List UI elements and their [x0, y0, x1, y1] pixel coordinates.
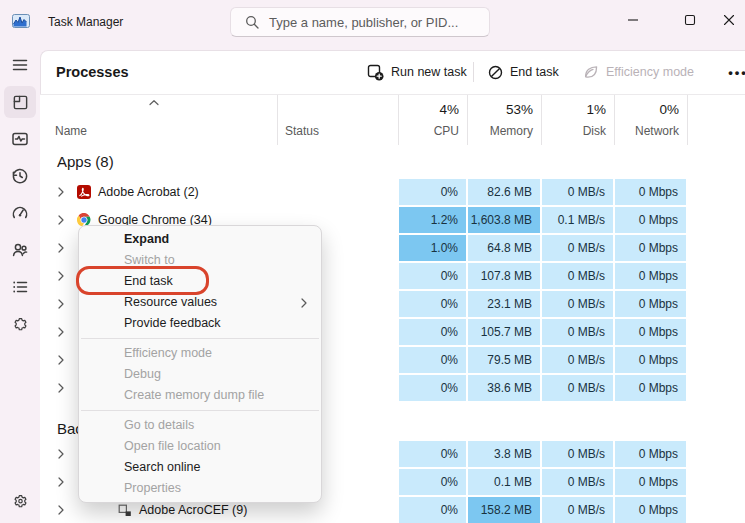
more-icon: •••	[728, 65, 745, 80]
menu-item-open-file-location: Open file location	[79, 436, 321, 457]
menu-item-efficiency-mode: Efficiency mode	[79, 343, 321, 364]
submenu-arrow-icon	[301, 298, 307, 308]
column-header-network[interactable]: 0% Network	[614, 95, 687, 145]
minimize-button[interactable]	[610, 0, 656, 40]
memory-label: Memory	[490, 124, 533, 138]
sidebar-item-startup-apps[interactable]	[4, 197, 36, 229]
menu-item-expand[interactable]: Expand	[79, 229, 321, 250]
chevron-right-icon	[58, 477, 64, 487]
page-title: Processes	[56, 50, 129, 94]
menu-item-create-memory-dump-file: Create memory dump file	[79, 385, 321, 406]
users-icon	[11, 241, 29, 259]
cell-network: 0 Mbps	[615, 179, 686, 205]
memory-total-percent: 53%	[506, 102, 533, 117]
sidebar-item-performance[interactable]	[4, 123, 36, 155]
network-total-percent: 0%	[659, 102, 679, 117]
cell-memory: 0.1 MB	[468, 469, 540, 495]
table-row[interactable]: Adobe Acrobat (2)0%82.6 MB0 MB/s0 Mbps	[40, 178, 745, 206]
cell-network: 0 Mbps	[615, 469, 686, 495]
cell-cpu: 0%	[399, 347, 466, 373]
cell-memory: 82.6 MB	[468, 179, 540, 205]
startup-gauge-icon	[11, 204, 29, 222]
sidebar-item-navigation[interactable]	[4, 49, 36, 81]
cell-cpu: 0%	[399, 291, 466, 317]
cell-cpu: 0%	[399, 469, 466, 495]
chevron-right-icon	[58, 383, 64, 393]
task-manager-logo	[12, 13, 30, 29]
column-header-status[interactable]: Status	[285, 124, 319, 138]
cell-memory: 23.1 MB	[468, 291, 540, 317]
cell-cpu: 0%	[399, 319, 466, 345]
search-input[interactable]: Type a name, publisher, or PID...	[230, 7, 490, 37]
column-header-memory[interactable]: 53% Memory	[467, 95, 541, 145]
end-task-button[interactable]: End task	[488, 50, 559, 94]
sidebar	[0, 44, 40, 523]
run-new-task-button[interactable]: Run new task	[367, 50, 467, 94]
process-name: Adobe Acrobat (2)	[98, 178, 199, 206]
cell-cpu: 1.0%	[399, 235, 466, 261]
sidebar-item-services[interactable]	[4, 308, 36, 340]
disk-total-percent: 1%	[586, 102, 606, 117]
minimize-icon	[627, 14, 639, 26]
sort-ascending-icon	[148, 99, 160, 106]
toolbar-separator	[473, 62, 474, 82]
cell-memory: 1,603.8 MB	[468, 207, 540, 233]
leaf-icon	[583, 64, 599, 80]
cell-network: 0 Mbps	[615, 441, 686, 467]
table-header: Name Status 4% CPU 53% Memory 1% Disk 0%…	[40, 95, 745, 146]
toolbar: Processes Run new task End task Efficien…	[40, 50, 745, 95]
menu-item-switch-to: Switch to	[79, 250, 321, 271]
maximize-button[interactable]	[667, 0, 713, 40]
menu-item-end-task[interactable]: End task	[79, 271, 321, 292]
menu-item-provide-feedback[interactable]: Provide feedback	[79, 313, 321, 334]
cell-memory: 3.8 MB	[468, 441, 540, 467]
search-placeholder: Type a name, publisher, or PID...	[269, 15, 458, 30]
context-menu: ExpandSwitch toEnd taskResource valuesPr…	[78, 225, 322, 503]
cell-disk: 0 MB/s	[542, 347, 613, 373]
cell-memory: 38.6 MB	[468, 375, 540, 401]
column-header-cpu[interactable]: 4% CPU	[398, 95, 467, 145]
menu-item-resource-values[interactable]: Resource values	[79, 292, 321, 313]
cell-disk: 0 MB/s	[542, 235, 613, 261]
close-button[interactable]	[712, 0, 745, 40]
chevron-right-icon	[58, 187, 64, 197]
titlebar: Task Manager Type a name, publisher, or …	[0, 0, 745, 44]
chevron-right-icon	[58, 271, 64, 281]
end-task-icon	[488, 65, 503, 80]
sidebar-item-processes[interactable]	[4, 86, 36, 118]
cell-memory: 107.8 MB	[468, 263, 540, 289]
sidebar-item-app-history[interactable]	[4, 160, 36, 192]
hamburger-icon	[11, 56, 29, 74]
close-icon	[723, 14, 735, 26]
column-header-name[interactable]: Name	[55, 124, 87, 138]
cell-disk: 0.1 MB/s	[542, 207, 613, 233]
cell-cpu: 0%	[399, 441, 466, 467]
sidebar-item-details[interactable]	[4, 271, 36, 303]
cell-memory: 79.5 MB	[468, 347, 540, 373]
gear-icon	[12, 493, 29, 510]
end-task-label: End task	[510, 65, 559, 79]
maximize-icon	[684, 14, 696, 26]
history-icon	[11, 167, 29, 185]
run-new-task-label: Run new task	[391, 65, 467, 79]
cell-cpu: 0%	[399, 263, 466, 289]
column-header-disk[interactable]: 1% Disk	[541, 95, 614, 145]
sidebar-item-settings[interactable]	[4, 485, 36, 517]
window-title: Task Manager	[48, 0, 123, 44]
cell-memory: 105.7 MB	[468, 319, 540, 345]
more-options-button[interactable]: •••	[718, 50, 745, 94]
menu-separator	[81, 410, 319, 411]
chevron-right-icon	[58, 355, 64, 365]
chevron-right-icon	[58, 505, 64, 515]
network-label: Network	[635, 124, 679, 138]
cell-memory: 158.2 MB	[468, 497, 540, 523]
run-new-task-icon	[367, 64, 384, 81]
menu-item-search-online[interactable]: Search online	[79, 457, 321, 478]
cell-disk: 0 MB/s	[542, 291, 613, 317]
cell-disk: 0 MB/s	[542, 441, 613, 467]
cell-network: 0 Mbps	[615, 207, 686, 233]
cell-memory: 64.8 MB	[468, 235, 540, 261]
cell-network: 0 Mbps	[615, 263, 686, 289]
sidebar-item-users[interactable]	[4, 234, 36, 266]
efficiency-mode-button[interactable]: Efficiency mode	[583, 50, 694, 94]
